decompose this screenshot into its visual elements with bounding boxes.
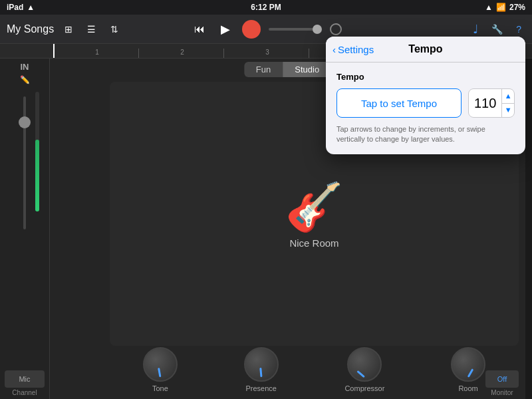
instrument-name: Nice Room: [289, 237, 338, 249]
room-knob[interactable]: [451, 347, 485, 382]
ipad-label: iPad: [7, 3, 23, 12]
compressor-knob[interactable]: [347, 347, 382, 382]
tempo-arrows: ▲ ▼: [501, 89, 514, 117]
fader-handle[interactable]: [19, 116, 31, 128]
knob-group-compressor: Compressor: [344, 347, 384, 392]
presence-knob[interactable]: [244, 347, 279, 382]
my-songs-button[interactable]: My Songs: [7, 23, 54, 35]
back-chevron-icon: ‹: [332, 44, 336, 55]
play-icon: ▶: [221, 22, 230, 37]
ruler-mark-1: 1: [53, 49, 138, 58]
mode-tabs: Fun Studio: [244, 62, 331, 77]
mic-button[interactable]: Mic: [5, 370, 45, 388]
knob-group-room: Room: [451, 347, 485, 392]
tab-fun[interactable]: Fun: [244, 62, 283, 77]
metronome-button[interactable]: ♩: [469, 19, 482, 39]
knobs-area: Tone Presence Compressor Room: [110, 347, 519, 392]
settings-button[interactable]: 🔧: [487, 21, 507, 37]
transport-thumb[interactable]: [313, 25, 322, 34]
wifi-status-icon: 📶: [496, 3, 506, 12]
help-icon: ?: [516, 24, 521, 35]
battery-label: 27%: [509, 3, 525, 12]
bottom-labels: Mic Channel: [0, 370, 49, 399]
metronome-icon: ♩: [473, 22, 478, 37]
status-left: iPad ▲: [7, 3, 35, 12]
in-label: IN: [21, 62, 29, 72]
monitor-label: Monitor: [491, 389, 513, 396]
volume-fill: [35, 140, 39, 211]
toolbar-center: ⏮ ▶: [190, 19, 342, 39]
compressor-label: Compressor: [344, 384, 384, 392]
multitrack-icon: ⊞: [65, 24, 72, 35]
channel-label: Channel: [12, 389, 37, 396]
record-button[interactable]: [242, 20, 261, 39]
tempo-section-label: Tempo: [336, 72, 515, 82]
presence-label: Presence: [245, 384, 276, 392]
mixer-icon: ⇅: [110, 24, 118, 35]
popup-body: Tempo Tap to set Tempo 110 ▲ ▼ Tap arrow…: [326, 63, 525, 154]
play-button[interactable]: ▶: [217, 19, 234, 39]
room-label: Room: [458, 384, 477, 392]
multitrack-button[interactable]: ⊞: [61, 21, 76, 37]
playhead[interactable]: [53, 44, 55, 58]
fader-track: [23, 96, 26, 229]
tempo-down-button[interactable]: ▼: [502, 104, 514, 118]
rewind-button[interactable]: ⏮: [190, 21, 209, 38]
volume-bar: [35, 92, 39, 211]
right-panel: [525, 59, 532, 399]
popup-controls: Tap to set Tempo 110 ▲ ▼: [336, 88, 515, 118]
tempo-popup: ‹ Settings Tempo Tempo Tap to set Tempo …: [326, 37, 525, 154]
transport-progress: [269, 28, 322, 31]
rewind-icon: ⏮: [194, 23, 205, 35]
knob-group-presence: Presence: [244, 347, 279, 392]
popup-back-button[interactable]: ‹ Settings: [332, 44, 374, 55]
mixer-sidebar: IN ✏️ Mic Channel: [0, 59, 50, 399]
off-button[interactable]: Off: [485, 370, 519, 388]
bluetooth-icon: ▲: [485, 3, 493, 12]
popup-title: Tempo: [408, 43, 442, 55]
toolbar-right: ♩ 🔧 ?: [347, 19, 525, 39]
toolbar-left: My Songs ⊞ ☰ ⇅: [7, 21, 185, 37]
popup-header: ‹ Settings Tempo: [326, 37, 525, 63]
tempo-stepper: 110 ▲ ▼: [468, 88, 515, 118]
help-button[interactable]: ?: [512, 21, 525, 37]
wrench-icon: 🔧: [491, 24, 503, 35]
monitor-area: Off Monitor: [485, 370, 519, 396]
ruler-mark-3: 3: [223, 49, 309, 58]
status-time: 6:12 PM: [251, 3, 281, 12]
guitar-icon: 🎸: [285, 180, 343, 234]
status-bar: iPad ▲ 6:12 PM ▲ 📶 27%: [0, 0, 532, 15]
tone-label: Tone: [152, 384, 168, 392]
tab-studio[interactable]: Studio: [283, 62, 331, 77]
wifi-icon: ▲: [27, 3, 35, 12]
knob-group-tone: Tone: [143, 347, 178, 392]
mixer-button[interactable]: ⇅: [106, 21, 122, 37]
tap-tempo-button[interactable]: Tap to set Tempo: [336, 88, 462, 118]
tempo-value: 110: [469, 96, 501, 111]
tone-knob[interactable]: [143, 347, 178, 382]
list-view-button[interactable]: ☰: [83, 21, 100, 37]
back-label: Settings: [338, 44, 374, 55]
status-right: ▲ 📶 27%: [485, 3, 525, 12]
list-icon: ☰: [87, 24, 96, 35]
tempo-up-button[interactable]: ▲: [502, 89, 514, 104]
loop-indicator: [330, 23, 342, 35]
pencil-icon: ✏️: [20, 75, 30, 84]
ruler-mark-2: 2: [138, 49, 223, 58]
popup-hint: Tap arrows to change by increments, or s…: [336, 124, 515, 145]
